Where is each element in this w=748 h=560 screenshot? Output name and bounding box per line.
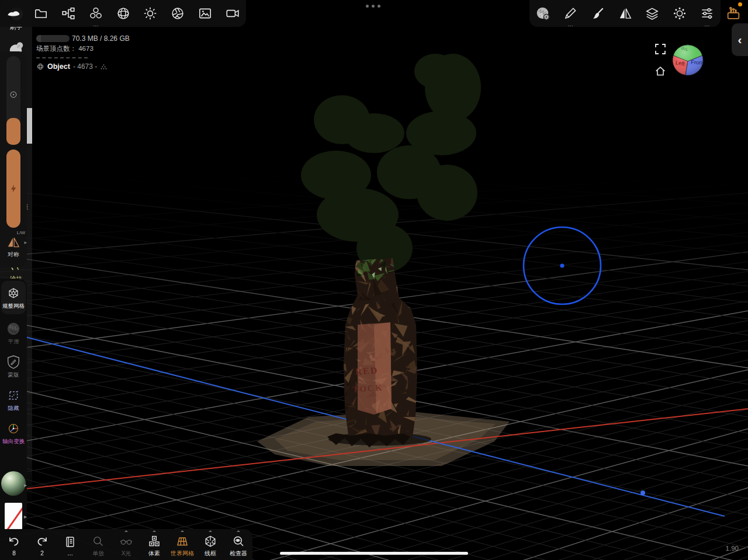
- scene-vertices-label: 场景顶点数：: [36, 45, 77, 52]
- scene-stats: 70.3 MB / 8.26 GB 场景顶点数： 4673 Object - 4…: [36, 33, 188, 80]
- history-button[interactable]: …: [56, 529, 84, 560]
- matcap-preview[interactable]: [0, 471, 27, 496]
- objects-icon: [88, 6, 103, 21]
- toolbar-top-left: …: [0, 0, 246, 27]
- stroke-icon: [563, 6, 578, 21]
- swatch-expand-arrow[interactable]: ▸: [24, 513, 27, 520]
- radius-slider-thumb[interactable]: [6, 118, 20, 145]
- fps-label: 1.90: [726, 545, 739, 552]
- app-menu-button[interactable]: [0, 0, 27, 27]
- multitask-handle[interactable]: [366, 5, 380, 8]
- objects-button[interactable]: …: [82, 0, 109, 27]
- toolbox-icon: [725, 5, 742, 22]
- nomad-sculpt-app: REDTOCK … …… 70.3 MB / 8.26 GB 场景顶点数： 46…: [0, 0, 748, 560]
- color-swatch[interactable]: [5, 503, 22, 530]
- shield-pencil-dim-icon: [5, 354, 22, 370]
- tool-蒙版[interactable]: 蒙版: [0, 350, 27, 383]
- toolbox-button[interactable]: [723, 4, 743, 23]
- symmetry-icon[interactable]: [6, 235, 21, 250]
- active-tool-preview-icon: [535, 6, 550, 21]
- image-export-button[interactable]: [191, 0, 219, 27]
- files-icon: [33, 6, 49, 21]
- scene-graph-button[interactable]: [55, 0, 82, 27]
- tool-隐藏[interactable]: 隐藏: [0, 383, 27, 416]
- undo-button[interactable]: 8: [0, 529, 28, 560]
- app-menu-icon: [6, 6, 21, 21]
- matcap-ball-icon: [1, 471, 26, 496]
- painting-button[interactable]: [584, 0, 611, 27]
- symmetry-expand-arrow[interactable]: ▸: [24, 239, 27, 245]
- radius-slider[interactable]: [6, 56, 20, 145]
- symmetry-icon: [618, 6, 633, 21]
- remesh-hex-icon: [5, 285, 22, 301]
- wireframe-button[interactable]: 线框: [196, 529, 224, 560]
- scene-graph-icon: [61, 6, 76, 21]
- object-vertices: 4673: [77, 62, 93, 71]
- chevron-left-icon: ‹: [738, 33, 742, 47]
- fullscreen-button[interactable]: [654, 43, 666, 55]
- tool-规整网格[interactable]: 规整网格: [1, 281, 26, 314]
- camera-icon: [170, 6, 185, 21]
- expand-caret: [237, 530, 240, 532]
- lighting-icon: [143, 6, 158, 21]
- expand-caret: [209, 530, 212, 532]
- video-export-button[interactable]: [219, 0, 246, 27]
- settings-icon: [672, 6, 687, 21]
- image-export-icon: [198, 6, 213, 21]
- toolbar-top-right: ……: [529, 0, 721, 27]
- expand-caret: [181, 530, 184, 532]
- gizmo-icon: [5, 420, 22, 437]
- world-grid-button[interactable]: 世界网格: [168, 529, 196, 560]
- voxel-button[interactable]: 体素: [140, 529, 168, 560]
- environment-icon: [116, 6, 131, 21]
- bottle-label-line1: RED: [355, 365, 379, 377]
- radius-dot-icon: [8, 89, 19, 100]
- camera-button[interactable]: [164, 0, 192, 27]
- history-icon: [63, 535, 77, 549]
- voxel-icon: [147, 534, 161, 548]
- orientation-gizmo[interactable]: Top Left Front: [671, 44, 704, 76]
- redo-button[interactable]: 2: [28, 529, 56, 560]
- viewport-canvas[interactable]: REDTOCK: [0, 0, 748, 560]
- layers-button[interactable]: [639, 0, 666, 27]
- home-view-button[interactable]: [654, 65, 667, 78]
- settings-button[interactable]: [666, 0, 694, 27]
- stroke-button[interactable]: …: [557, 0, 584, 27]
- environment-button[interactable]: [109, 0, 137, 27]
- tool-options-icon: [699, 6, 715, 21]
- symmetry-button[interactable]: [611, 0, 639, 27]
- tool-轴向变换[interactable]: 轴向变换: [0, 416, 27, 450]
- expand-caret: [153, 530, 156, 532]
- memory-text: 70.3 MB / 8.26 GB: [72, 34, 130, 43]
- panel-collapse-handle[interactable]: ‹: [732, 23, 748, 56]
- object-row[interactable]: Object - 4673 -: [36, 62, 108, 71]
- painting-icon: [590, 6, 605, 21]
- expand-caret: [124, 530, 128, 532]
- memory-bar: [36, 35, 70, 42]
- matcap-expand-arrow[interactable]: ▸: [24, 482, 27, 488]
- inspector-icon: [231, 534, 245, 548]
- lighting-button[interactable]: [137, 0, 164, 27]
- home-indicator[interactable]: [280, 552, 468, 555]
- notification-dot: [738, 2, 742, 6]
- left-tools-panel: 规整网格平滑蒙版隐藏轴向变换 ▸ ▸: [0, 279, 27, 529]
- intensity-slider[interactable]: [6, 149, 20, 228]
- undo-icon: [7, 535, 21, 549]
- world-grid-icon: [175, 534, 189, 548]
- inspector-button[interactable]: 检查器: [224, 529, 252, 560]
- isolate-button[interactable]: 单放: [84, 529, 112, 560]
- sphere-crumple-dim-icon: [5, 321, 22, 337]
- files-button[interactable]: [27, 0, 55, 27]
- tool-options-button[interactable]: …: [693, 0, 721, 27]
- object-name: Object: [47, 62, 70, 71]
- nav-face-front: Front: [691, 59, 704, 66]
- no-color-slash: [7, 503, 22, 530]
- tool-平滑[interactable]: 平滑: [0, 316, 27, 350]
- active-tool-preview-button[interactable]: [529, 0, 557, 27]
- brush-cursor: [524, 227, 601, 304]
- toolbar-bottom: 82…单放X光体素世界网格线框检查器: [0, 529, 252, 560]
- scene-vertices-value: 4673: [78, 45, 94, 52]
- wire-sphere-icon: [36, 62, 44, 71]
- marquee-icon: [5, 387, 22, 404]
- xray-button[interactable]: X光: [112, 529, 140, 560]
